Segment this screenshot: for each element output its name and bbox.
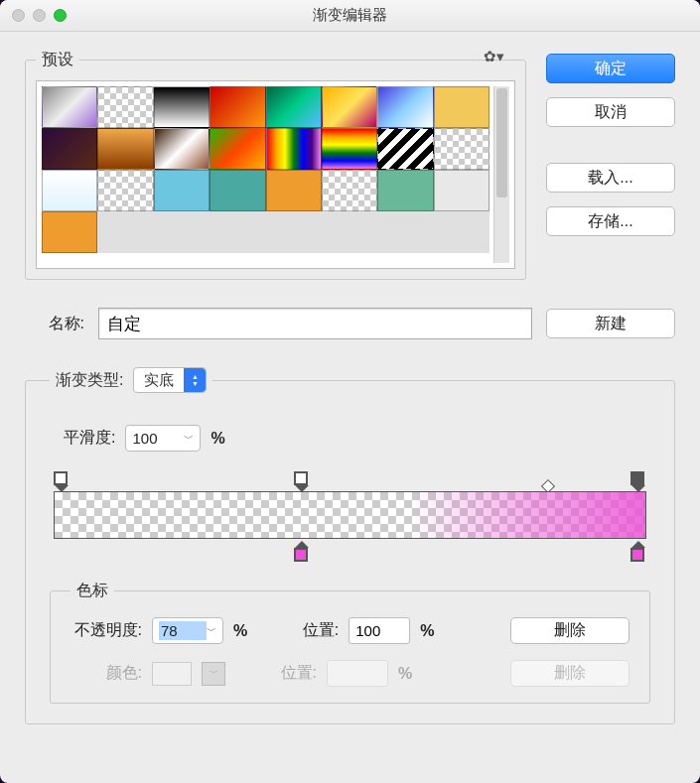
load-button[interactable]: 载入... — [546, 163, 675, 193]
position2-unit: % — [398, 665, 412, 683]
window-title: 渐变编辑器 — [0, 6, 700, 25]
preset-swatch[interactable] — [154, 128, 210, 170]
stops-label: 色标 — [70, 581, 114, 601]
gradient-type-label: 渐变类型: — [56, 370, 123, 391]
chevron-down-icon: ﹀ — [184, 432, 194, 446]
opacity-stop[interactable] — [294, 471, 310, 491]
preset-list — [36, 80, 515, 269]
preset-swatch[interactable] — [210, 86, 265, 128]
stops-section: 色标 不透明度: 78 ﹀ % 位置: % — [50, 581, 650, 704]
preset-swatch[interactable] — [266, 128, 322, 170]
name-label: 名称: — [25, 314, 84, 334]
preset-swatch[interactable] — [434, 170, 490, 211]
color-swatch — [152, 662, 192, 686]
smoothness-input[interactable]: 100 ﹀ — [125, 425, 201, 452]
preset-swatch[interactable] — [322, 128, 377, 170]
preset-swatch[interactable] — [42, 211, 97, 253]
position-input[interactable] — [349, 617, 410, 644]
gradient-editor-strip[interactable] — [50, 473, 650, 571]
preset-swatch[interactable] — [154, 86, 210, 128]
chevron-down-icon: ﹀ — [207, 624, 216, 638]
position2-input — [327, 660, 388, 687]
preset-swatch[interactable] — [42, 170, 97, 211]
preset-swatch[interactable] — [97, 128, 153, 170]
preset-empty — [434, 211, 490, 253]
save-button[interactable]: 存储... — [546, 206, 675, 236]
preset-swatch[interactable] — [210, 170, 265, 211]
smoothness-label: 平滑度: — [64, 428, 115, 449]
preset-empty — [154, 211, 210, 253]
name-input[interactable] — [98, 308, 532, 339]
new-button[interactable]: 新建 — [546, 309, 675, 338]
position2-label: 位置: — [271, 663, 317, 684]
preset-empty — [322, 211, 377, 253]
delete-color-stop-button: 删除 — [510, 660, 630, 687]
color-stop[interactable] — [630, 541, 646, 561]
delete-opacity-stop-button[interactable]: 删除 — [510, 617, 630, 644]
action-buttons: 确定 取消 载入... 存储... — [546, 50, 675, 280]
color-dropdown: ﹀ — [202, 662, 225, 686]
dialog-body: 预设 ✿▾ — [0, 32, 700, 749]
chevron-updown-icon: ▲▼ — [184, 368, 206, 392]
preset-swatch[interactable] — [377, 128, 433, 170]
gradient-type-select[interactable]: 实底 ▲▼ — [133, 367, 207, 393]
preset-scrollbar[interactable] — [493, 86, 509, 263]
gradient-editor-window: 渐变编辑器 预设 ✿▾ — [0, 0, 700, 783]
preset-swatch[interactable] — [97, 86, 153, 128]
opacity-label: 不透明度: — [70, 620, 142, 641]
color-label: 颜色: — [70, 663, 142, 684]
presets-label: 预设 — [36, 50, 79, 70]
preset-empty — [210, 211, 265, 253]
preset-empty — [377, 211, 433, 253]
opacity-unit: % — [233, 622, 247, 640]
preset-swatch[interactable] — [322, 86, 377, 128]
preset-swatch[interactable] — [434, 128, 490, 170]
preset-swatch[interactable] — [322, 170, 377, 211]
cancel-button[interactable]: 取消 — [546, 97, 675, 127]
preset-swatch[interactable] — [210, 128, 265, 170]
preset-swatch[interactable] — [42, 128, 97, 170]
smoothness-unit: % — [210, 430, 224, 448]
preset-empty — [266, 211, 322, 253]
opacity-input[interactable]: 78 ﹀ — [152, 617, 223, 644]
opacity-stop-selected[interactable] — [630, 471, 646, 491]
preset-swatch[interactable] — [266, 86, 322, 128]
preset-swatch[interactable] — [154, 170, 210, 211]
color-stop[interactable] — [294, 541, 310, 561]
preset-swatch[interactable] — [377, 170, 433, 211]
gradient-type-section: 渐变类型: 实底 ▲▼ 平滑度: 100 ﹀ % — [25, 367, 675, 724]
gradient-bar[interactable] — [54, 491, 646, 539]
preset-swatch[interactable] — [434, 86, 490, 128]
opacity-stop[interactable] — [54, 471, 70, 491]
position-label: 位置: — [293, 620, 339, 641]
preset-swatch[interactable] — [266, 170, 322, 211]
gear-icon[interactable]: ✿▾ — [484, 48, 504, 65]
presets-section: 预设 ✿▾ — [25, 50, 526, 280]
preset-swatch[interactable] — [97, 170, 153, 211]
preset-swatch[interactable] — [42, 86, 97, 128]
titlebar[interactable]: 渐变编辑器 — [0, 0, 700, 32]
preset-empty — [97, 211, 153, 253]
ok-button[interactable]: 确定 — [546, 54, 675, 83]
preset-swatch[interactable] — [377, 86, 433, 128]
position-unit: % — [420, 622, 434, 640]
